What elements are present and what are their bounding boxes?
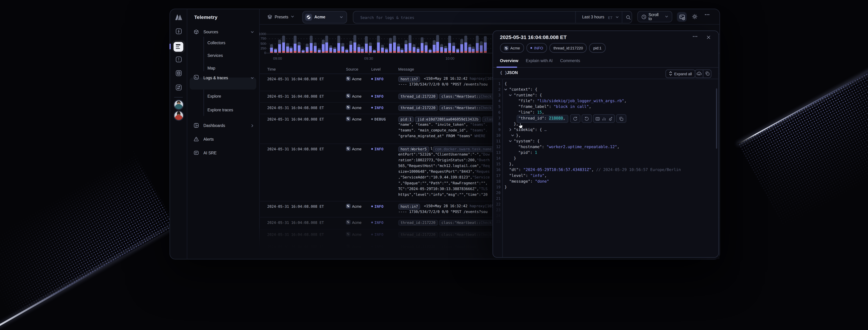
sidebar-item-collectors[interactable]: Collectors [208,41,225,46]
org-select[interactable]: Acme [302,11,347,24]
histogram-bar[interactable] [345,49,348,53]
column-header-level[interactable]: Level [371,67,380,71]
chevron-down-icon[interactable] [504,88,507,92]
badge-acme[interactable]: Acme [500,43,524,53]
histogram-bar[interactable] [413,44,415,53]
histogram-bar[interactable] [425,42,427,53]
sidebar-item-map[interactable]: Map [208,66,215,72]
histogram-bar[interactable] [330,45,333,53]
ellipsis-icon[interactable] [705,14,710,15]
histogram-bar[interactable] [460,39,463,53]
download-icon[interactable] [695,70,703,77]
sidebar-item-logs-traces[interactable]: Logs & traces [187,74,259,82]
histogram-bar[interactable] [341,43,344,53]
histogram-bar[interactable] [369,42,372,53]
histogram-bar[interactable] [349,41,352,53]
search-input[interactable]: Search for logs & traces [360,15,414,20]
gear-icon[interactable] [692,14,698,20]
message-field-chip[interactable]: thread_id:217220 [398,105,438,111]
histogram-bar[interactable] [274,48,277,53]
histogram-bar[interactable] [298,42,301,53]
search-bar[interactable]: Search for logs & traces Last 3 hours ET [353,11,632,24]
tab-comments[interactable]: Comments [560,58,580,63]
close-icon[interactable] [706,35,711,39]
histogram-bar[interactable] [381,45,384,53]
histogram-bar[interactable] [373,49,376,53]
chevron-right-icon[interactable] [509,128,512,132]
sidebar-item-alerts[interactable]: Alerts [187,135,259,143]
badge-thread-id-217220[interactable]: thread_id:217220 [550,43,587,53]
ellipsis-icon[interactable] [692,36,698,37]
histogram-bar[interactable] [405,40,408,53]
sidebar-item-sources[interactable]: Sources [187,28,259,36]
histogram-bar[interactable] [448,36,451,53]
histogram-bar[interactable] [361,47,364,53]
user-avatar[interactable] [174,111,183,120]
histogram-bar[interactable] [282,35,285,53]
histogram-bar[interactable] [270,44,273,53]
histogram-bar[interactable] [429,49,431,53]
sidebar-item-ai-sre[interactable]: AI SRE [187,149,259,157]
badge-info[interactable]: INFO [526,43,547,53]
histogram-bar[interactable] [456,48,459,53]
histogram-bar[interactable] [464,36,467,53]
message-field-chip[interactable]: thread_id:217220 [398,220,438,226]
histogram-bar[interactable] [432,40,435,53]
histogram-bar[interactable] [393,35,396,53]
badge-pid-1[interactable]: pid:1 [589,43,606,53]
message-field-chip[interactable]: class:"Heartbeat::Check [439,220,494,226]
histogram-bar[interactable] [480,41,483,53]
histogram-bar[interactable] [440,44,443,53]
histogram-bar[interactable] [294,36,297,53]
histogram-bar[interactable] [444,46,447,53]
histogram-bar[interactable] [416,47,420,53]
chevron-down-icon[interactable] [509,140,512,143]
message-field-chip[interactable]: thread_id:217220 [398,94,438,100]
presets-button[interactable]: Presets [265,11,296,23]
histogram-bar[interactable] [401,48,404,53]
histogram-bar[interactable] [357,44,360,53]
user-avatar[interactable] [174,100,183,109]
histogram-bar[interactable] [397,43,400,53]
histogram-bar[interactable] [278,40,281,53]
histogram-bar[interactable] [326,35,329,53]
message-field-chip[interactable]: class:"Heartbeat::Check [439,94,494,100]
histogram-bar[interactable] [468,44,471,53]
sidebar-item-services[interactable]: Services [208,53,223,59]
alert-square-icon[interactable] [175,56,182,62]
logs-rail-item-active[interactable] [172,40,185,53]
histogram-bar[interactable] [338,36,340,53]
histogram-bar[interactable] [476,36,479,53]
histogram-bar[interactable] [302,49,305,53]
scroll-to-button[interactable]: Scroll to [637,11,672,23]
column-header-source[interactable]: Source [346,67,358,71]
time-range-selector[interactable]: Last 3 hours [582,15,604,19]
copy-icon[interactable] [704,70,711,77]
tab-explain-with-ai[interactable]: Explain with AI [526,58,553,63]
tab-overview[interactable]: Overview [500,58,518,63]
histogram-bar[interactable] [353,35,356,53]
histogram-bar[interactable] [314,42,317,53]
chevron-down-icon[interactable] [509,94,512,97]
scrollbar-thumb[interactable] [716,89,717,149]
histogram-bar[interactable] [436,35,439,53]
histogram-bar[interactable] [377,36,380,53]
histogram-bar[interactable] [452,43,455,53]
histogram-bar[interactable] [409,35,412,53]
column-header-time[interactable]: Time [267,67,276,71]
histogram-bar[interactable] [286,43,289,53]
histogram-bar[interactable] [365,36,368,53]
column-header-message[interactable]: Message [398,67,414,71]
sliders-icon[interactable] [175,85,182,91]
message-field-chip[interactable]: class:"Heartbeat::Check [439,105,494,111]
live-tail-button[interactable] [677,12,687,22]
bolt-icon[interactable] [175,28,182,34]
histogram-bar[interactable] [484,36,487,53]
histogram-bar[interactable] [310,36,313,53]
database-icon[interactable] [175,70,182,76]
sidebar-item-dashboards[interactable]: Dashboards [187,122,259,130]
histogram-bar[interactable] [385,47,388,53]
histogram-bar[interactable] [334,47,336,53]
search-icon[interactable] [624,12,633,23]
selected-json-value[interactable]: 218080 [549,116,563,121]
